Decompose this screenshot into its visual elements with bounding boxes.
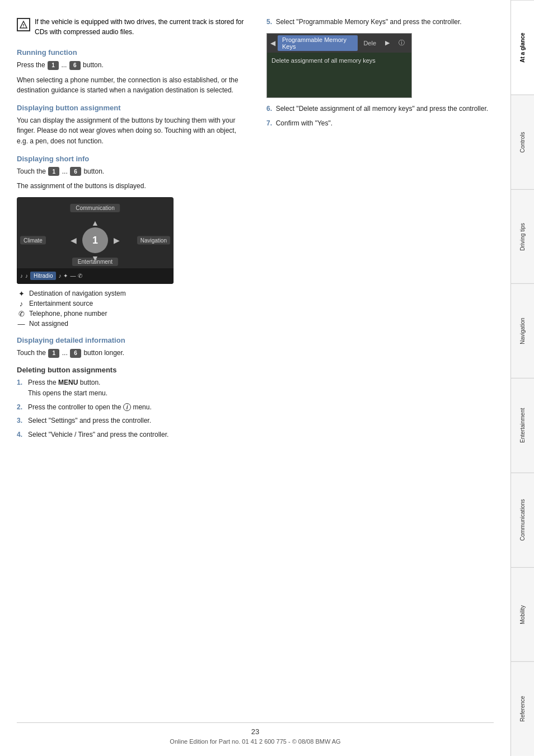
sidebar-tab-driving-tips[interactable]: Driving tips	[511, 189, 534, 284]
step-2: 2. Press the controller to open the i me…	[17, 402, 244, 413]
legend-item-ent: ♪ Entertainment source	[17, 300, 244, 308]
step-1-text: Press the MENU button.This opens the sta…	[28, 377, 107, 398]
legend-item-tel: ✆ Telephone, phone number	[17, 310, 244, 318]
center-num: 1	[92, 235, 98, 246]
btn-chip-6a: 6	[69, 61, 81, 70]
sidebar-tab-mobility[interactable]: Mobility	[511, 567, 534, 662]
main-content: If the vehicle is equipped with two driv…	[0, 0, 510, 756]
telephone-text: Telephone, phone number	[29, 310, 107, 318]
step-3-num: 3.	[17, 416, 25, 426]
footer: 23 Online Edition for Part no. 01 41 2 6…	[17, 722, 494, 745]
button-longer-label: button longer.	[83, 349, 124, 357]
btn-chip-1c: 1	[48, 349, 59, 358]
sidebar-tab-reference[interactable]: Reference	[511, 661, 534, 756]
entertainment-icon: ♪	[17, 300, 26, 308]
i-icon: i	[123, 403, 131, 411]
step7-body: Confirm with "Yes".	[276, 119, 332, 127]
ellipsis-1: ...	[61, 61, 67, 69]
step-4: 4. Select "Vehicle / Tires" and press th…	[17, 430, 244, 440]
svg-point-2	[23, 26, 24, 27]
step-2-num: 2.	[17, 402, 25, 413]
note-icon	[17, 18, 30, 31]
legend-item-unassigned: — Not assigned	[17, 320, 244, 328]
legend-item-nav: ✦ Destination of navigation system	[17, 290, 244, 298]
displaying-detailed-touch: Touch the 1 ... 6 button longer.	[17, 348, 244, 358]
arrow-down-icon: ▼	[91, 254, 99, 263]
left-column: If the vehicle is equipped with two driv…	[17, 17, 250, 711]
navigation-label: Navigation	[137, 236, 170, 245]
step-3: 3. Select "Settings" and press the contr…	[17, 416, 244, 426]
btn-chip-6b: 6	[70, 167, 81, 176]
communication-label: Communication	[70, 204, 120, 212]
right-column: 5. Select "Programmable Memory Keys" and…	[266, 17, 494, 711]
pmk-tab-right-arrow[interactable]: ▶	[382, 38, 393, 48]
step-2-text: Press the controller to open the i menu.	[28, 402, 152, 413]
btn-chip-1a: 1	[48, 61, 59, 70]
note-icon-bar: ♪	[20, 273, 23, 279]
touch-label-2: Touch the	[17, 349, 46, 357]
sidebar-tab-navigation[interactable]: Navigation	[511, 283, 534, 378]
car-ui: Communication Climate Navigation Enterta…	[17, 197, 174, 284]
page-number: 23	[17, 727, 494, 736]
sidebar-tab-entertainment[interactable]: Entertainment	[511, 378, 534, 473]
displaying-detailed-heading: Displaying detailed information	[17, 336, 244, 344]
ellipsis-2: ...	[62, 167, 68, 175]
step5-num: 5.	[266, 18, 272, 26]
displaying-btn-body: You can display the assignment of the bu…	[17, 115, 244, 147]
step5-text: 5. Select "Programmable Memory Keys" and…	[266, 17, 494, 27]
step6-num: 6.	[266, 105, 272, 113]
sidebar-tab-controls[interactable]: Controls	[511, 95, 534, 189]
step-4-text: Select "Vehicle / Tires" and press the c…	[28, 430, 168, 440]
displaying-btn-heading: Displaying button assignment	[17, 104, 244, 112]
button-label-1: button.	[83, 61, 104, 69]
car-ui-bottom-bar: ♪ ♪ Hitradio ♪ ✦ — ✆	[17, 268, 174, 284]
footer-text: Online Edition for Part no. 01 41 2 600 …	[17, 738, 494, 745]
pmk-arrow-icon: ◀	[270, 39, 275, 47]
pmk-body-text: Delete assignment of all memory keys	[271, 57, 407, 64]
running-function-body: When selecting a phone number, the conne…	[17, 75, 244, 96]
step-4-num: 4.	[17, 430, 25, 440]
pmk-tab-dele[interactable]: Dele	[360, 39, 380, 48]
pmk-tab-icon[interactable]: ⓘ	[395, 38, 408, 48]
right-sidebar: At a glance Controls Driving tips Naviga…	[510, 0, 534, 756]
center-circle: 1	[82, 227, 108, 253]
arrow-up-icon: ▲	[91, 218, 99, 227]
step6-body: Select "Delete assignment of all memory …	[276, 105, 488, 113]
btn-chip-6c: 6	[70, 349, 81, 358]
btn-chip-1b: 1	[48, 167, 59, 176]
nav-dest-text: Destination of navigation system	[29, 290, 126, 297]
note-icon-bar3: ♪	[58, 273, 61, 279]
pmk-header: ◀ Programmable Memory Keys Dele ▶ ⓘ	[267, 34, 411, 53]
entertainment-text: Entertainment source	[29, 300, 93, 307]
unassigned-icon: —	[17, 320, 26, 328]
step5-body: Select "Programmable Memory Keys" and pr…	[276, 18, 462, 26]
running-function-press: Press the 1 ... 6 button.	[17, 60, 244, 71]
car-ui-container: Communication Climate Navigation Enterta…	[17, 197, 244, 284]
pmk-body: Delete assignment of all memory keys	[267, 53, 411, 97]
step-1-num: 1.	[17, 377, 25, 388]
note-box: If the vehicle is equipped with two driv…	[17, 17, 244, 37]
nav-dest-icon: ✦	[17, 290, 26, 298]
sidebar-tab-at-a-glance[interactable]: At a glance	[511, 0, 534, 95]
deleting-steps-list: 1. Press the MENU button.This opens the …	[17, 377, 244, 440]
step6-text: 6. Select "Delete assignment of all memo…	[266, 104, 494, 114]
step-1: 1. Press the MENU button.This opens the …	[17, 377, 244, 398]
step7-num: 7.	[266, 119, 272, 127]
displaying-short-heading: Displaying short info	[17, 155, 244, 163]
ellipsis-3: ...	[62, 349, 68, 357]
step7-text: 7. Confirm with "Yes".	[266, 118, 494, 129]
arrow-right-icon: ▶	[114, 236, 120, 245]
telephone-icon: ✆	[17, 310, 26, 318]
sidebar-tab-communications[interactable]: Communications	[511, 473, 534, 567]
arrow-left-icon: ◀	[71, 236, 77, 245]
star-icon-bar: ✦	[63, 273, 68, 279]
displaying-short-touch: Touch the 1 ... 6 button.	[17, 166, 244, 177]
running-function-heading: Running function	[17, 48, 244, 57]
press-label: Press the	[17, 61, 45, 69]
hitradio-label: Hitradio	[30, 272, 56, 280]
phone-icon-bar: ✆	[78, 273, 82, 279]
dash-bar: —	[70, 273, 76, 279]
note-icon-bar2: ♪	[25, 273, 28, 279]
pmk-tab-active[interactable]: Programmable Memory Keys	[278, 35, 358, 51]
climate-label: Climate	[20, 236, 46, 245]
